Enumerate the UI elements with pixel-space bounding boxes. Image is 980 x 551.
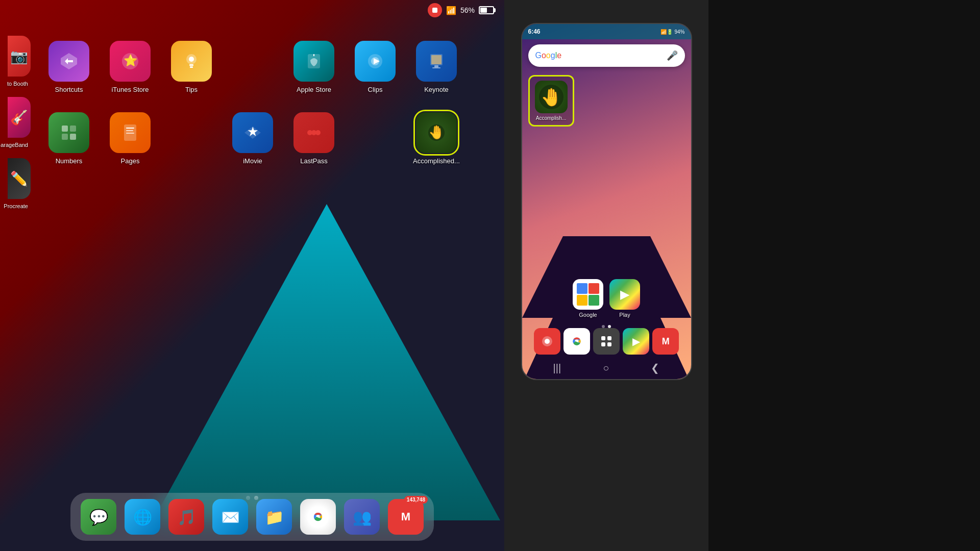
phone-nav-home[interactable]: ○ [603, 362, 609, 374]
empty-slot-1 [225, 41, 281, 107]
app-tips[interactable]: Tips [163, 41, 219, 107]
phone-google-icon [573, 279, 603, 310]
svg-rect-11 [431, 55, 442, 64]
svg-rect-13 [432, 67, 440, 68]
svg-rect-21 [126, 133, 134, 134]
phone-wrapper: 6:46 📶🔋 94% Google 🎤 🤚 Accomplish... [504, 0, 708, 551]
itunes-label: iTunes Store [111, 86, 149, 93]
app-numbers[interactable]: Numbers [41, 112, 97, 179]
svg-text:🤚: 🤚 [428, 124, 445, 140]
phone-accomplished-highlight[interactable]: 🤚 Accomplish... [528, 75, 574, 127]
svg-rect-14 [62, 126, 68, 132]
record-dot [432, 8, 437, 13]
imovie-label: iMovie [243, 157, 262, 165]
itunes-icon: ⭐ [110, 41, 151, 82]
svg-point-34 [545, 339, 550, 344]
lastpass-icon [293, 112, 334, 153]
svg-rect-12 [434, 65, 438, 67]
phone-time: 6:46 [528, 28, 541, 35]
app-accomplished[interactable]: 🤚 Accomplished... [408, 112, 464, 179]
phone-dock-launcher[interactable] [593, 328, 620, 355]
ipad-screen: 📶 56% 📷 to Booth 🎸 GarageBand ✏️ Procrea… [0, 0, 504, 551]
app-pages[interactable]: Pages [102, 112, 158, 179]
phone-screen: 6:46 📶🔋 94% Google 🎤 🤚 Accomplish... [521, 23, 692, 380]
phone-google-app[interactable]: Google [573, 279, 603, 318]
gmail-badge: 143,748 [404, 496, 428, 504]
app-lastpass[interactable]: LastPass [286, 112, 342, 179]
phone-status-right: 📶🔋 94% [660, 29, 684, 35]
app-shortcuts[interactable]: Shortcuts [41, 41, 97, 107]
svg-rect-4 [190, 66, 193, 68]
svg-rect-20 [126, 130, 133, 131]
app-keynote[interactable]: Keynote [408, 41, 464, 107]
google-logo: Google [535, 51, 562, 60]
app-clips[interactable]: Clips [347, 41, 403, 107]
google-search-input[interactable] [567, 52, 661, 60]
mic-icon[interactable]: 🎤 [667, 50, 678, 61]
clips-icon [355, 41, 396, 82]
dock-messages[interactable]: 💬 [81, 499, 116, 535]
phone-navbar: ||| ○ ❮ [522, 357, 691, 379]
phone-dock-playstore[interactable]: ▶ [623, 328, 649, 355]
google-search-bar[interactable]: Google 🎤 [528, 44, 685, 67]
shortcuts-label: Shortcuts [55, 86, 83, 93]
phone-home-apps: Google ▶ Play [528, 279, 685, 318]
dock-mail[interactable]: ✉️ [212, 499, 248, 535]
phone-dock-gmail[interactable]: M [652, 328, 679, 355]
phone-dock-chrome[interactable] [564, 328, 590, 355]
apple-store-icon [293, 41, 334, 82]
phone-battery: 94% [674, 29, 684, 35]
svg-text:🤚: 🤚 [541, 87, 562, 108]
pages-icon [110, 112, 151, 153]
lastpass-label: LastPass [300, 157, 327, 165]
svg-rect-37 [601, 336, 605, 340]
right-area [708, 0, 980, 551]
clips-label: Clips [368, 86, 383, 93]
svg-rect-39 [601, 342, 605, 346]
phone-dock: ▶ M [522, 328, 691, 355]
dock-safari[interactable]: 🌐 [125, 499, 160, 535]
phone-play-label: Play [619, 312, 630, 318]
tips-label: Tips [185, 86, 198, 93]
svg-text:⭐: ⭐ [124, 54, 138, 67]
phone-nav-recents[interactable]: ||| [553, 362, 561, 374]
phone-play-icon: ▶ [609, 279, 640, 310]
imovie-icon: ★ [232, 112, 273, 153]
phone-accomplished-icon: 🤚 [535, 81, 568, 113]
phone-accomplished-label: Accomplish... [536, 115, 566, 121]
dock-gmail[interactable]: M 143,748 [388, 499, 424, 535]
app-apple-store[interactable]: Apple Store [286, 41, 342, 107]
phone-statusbar: 6:46 📶🔋 94% [522, 24, 691, 39]
accomplished-icon: 🤚 [416, 112, 457, 153]
dock-teams[interactable]: 👥 [344, 499, 380, 535]
phone-nav-back[interactable]: ❮ [651, 362, 659, 374]
battery-icon [479, 6, 494, 14]
numbers-icon [48, 112, 89, 153]
svg-rect-3 [189, 64, 193, 66]
record-button[interactable] [428, 3, 442, 17]
keynote-icon [416, 41, 457, 82]
svg-rect-16 [62, 134, 68, 140]
ipad-dock: 💬 🌐 🎵 ✉️ 📁 👥 M 143,748 [70, 493, 434, 541]
empty-slot-2 [163, 112, 219, 179]
dock-music[interactable]: 🎵 [168, 499, 204, 535]
dock-files[interactable]: 📁 [256, 499, 292, 535]
pages-label: Pages [121, 157, 140, 165]
phone-dock-record[interactable] [534, 328, 560, 355]
apple-store-label: Apple Store [297, 86, 331, 93]
phone-google-label: Google [579, 312, 597, 318]
row3-empty1 [347, 112, 403, 179]
app-itunes[interactable]: ⭐ iTunes Store [102, 41, 158, 107]
ipad-app-grid: Shortcuts ⭐ iTunes Store Tips Apple Stor… [0, 31, 504, 260]
svg-rect-40 [607, 342, 611, 346]
dock-chrome[interactable] [300, 499, 336, 535]
tips-icon [171, 41, 212, 82]
numbers-label: Numbers [56, 157, 83, 165]
svg-rect-15 [70, 126, 76, 132]
ipad-statusbar: 📶 56% [0, 0, 504, 20]
keynote-label: Keynote [424, 86, 449, 93]
app-imovie[interactable]: ★ iMovie [225, 112, 281, 179]
svg-rect-38 [607, 336, 611, 340]
svg-rect-17 [70, 134, 76, 140]
phone-play-app[interactable]: ▶ Play [609, 279, 640, 318]
